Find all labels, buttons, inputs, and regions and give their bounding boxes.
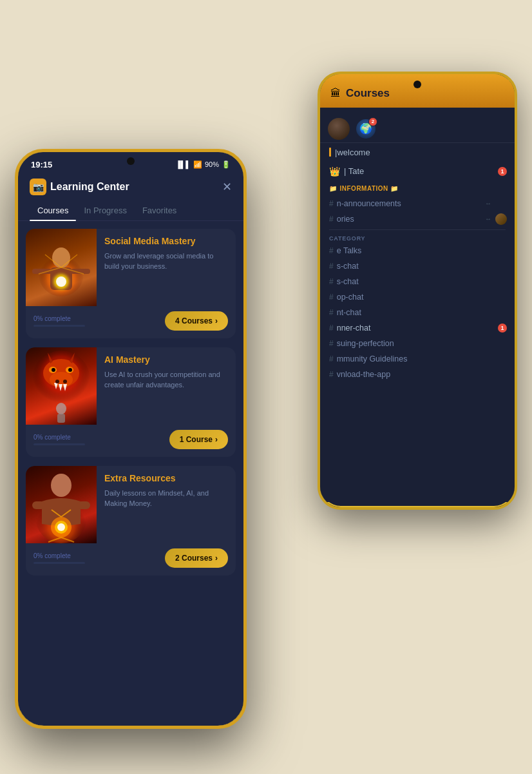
info-folder[interactable]: 📁 INFORMATION 📁 xyxy=(320,181,515,196)
welcome-channel[interactable]: |welcome xyxy=(320,143,515,162)
tab-courses[interactable]: Courses xyxy=(30,200,76,220)
guidelines-channel[interactable]: # mmunity Guidelines xyxy=(320,351,515,367)
signal-icon: ▐▌▌ xyxy=(176,160,191,168)
folder-label: INFORMATION 📁 xyxy=(340,185,399,192)
course-card-top: Social Media Mastery Grow and leverage s… xyxy=(26,229,236,306)
nner-chat-channel[interactable]: # nner-chat 1 xyxy=(320,320,515,336)
svg-point-24 xyxy=(63,380,67,383)
scene: 🏛 Courses 🌍 2 |welco xyxy=(15,33,517,742)
back-phone-header: 🏛 Courses xyxy=(320,74,515,108)
progress-bar-bg-extra xyxy=(33,562,85,564)
course-info-ai: AI Mastery Use AI to crush your competit… xyxy=(97,347,236,425)
course-desc-extra: Daily lessons on Mindset, AI, and Making… xyxy=(104,488,228,509)
chat2-channel[interactable]: # s-chat xyxy=(320,274,515,289)
close-button[interactable]: ✕ xyxy=(222,180,232,194)
welcome-bar-icon xyxy=(329,148,331,157)
lc-title-text: Learning Center xyxy=(50,181,129,193)
course-title-extra: Extra Resources xyxy=(104,472,228,484)
progress-area-extra: 0% complete xyxy=(33,552,85,564)
channel-label: suing-perfection xyxy=(337,339,394,348)
status-icons: ▐▌▌ 📶 90% 🔋 xyxy=(176,160,231,169)
course-button-social[interactable]: 4 Courses › xyxy=(165,311,228,331)
wifi-icon: 📶 xyxy=(193,160,202,169)
welcome-label: |welcome xyxy=(335,148,370,157)
chat3-channel[interactable]: # op-chat xyxy=(320,289,515,305)
svg-rect-30 xyxy=(77,501,90,509)
course-info-extra: Extra Resources Daily lessons on Mindset… xyxy=(97,466,236,543)
svg-point-1 xyxy=(52,247,70,268)
courses-list: Social Media Mastery Grow and leverage s… xyxy=(18,221,243,711)
tate-badge: 1 xyxy=(498,167,507,176)
back-phone-title: Courses xyxy=(346,87,390,100)
course-button-ai[interactable]: 1 Course › xyxy=(169,430,228,449)
thumb-visual-ai xyxy=(26,347,97,425)
course-card-top-ai: AI Mastery Use AI to crush your competit… xyxy=(26,347,236,425)
course-btn-label-ai: 1 Course xyxy=(180,435,213,444)
chevron-right-icon: › xyxy=(215,554,218,563)
channel-label: nt-chat xyxy=(337,308,361,317)
stories-channel[interactable]: # ories ↔ xyxy=(320,211,515,227)
announcements-channel[interactable]: # n-announcements ↔ xyxy=(320,196,515,211)
channel-label: nner-chat xyxy=(337,324,371,333)
category-label: CATEGORY xyxy=(320,233,515,243)
course-thumbnail-social xyxy=(26,229,97,306)
front-phone: 19:15 ▐▌▌ 📶 90% 🔋 📷 Learning Center ✕ xyxy=(15,149,247,729)
course-card-social-media: Social Media Mastery Grow and leverage s… xyxy=(26,229,236,338)
course-card-ai: AI Mastery Use AI to crush your competit… xyxy=(26,347,236,457)
progress-bar-bg-ai xyxy=(33,443,85,445)
channel-label: e Talks xyxy=(337,246,362,255)
hash-icon: # xyxy=(329,308,334,317)
course-card-bottom-ai: 0% complete 1 Course › xyxy=(26,425,236,457)
back-phone-content: 🌍 2 |welcome 👑 | Tate 1 📁 xyxy=(320,108,515,502)
hash-icon: # xyxy=(329,324,334,333)
arrow-icon: ↔ xyxy=(485,215,491,222)
hash-icon: # xyxy=(329,277,334,286)
tab-favorites[interactable]: Favorites xyxy=(135,200,184,220)
course-button-extra[interactable]: 2 Courses › xyxy=(165,548,228,568)
hash-icon: # xyxy=(329,215,334,224)
course-desc-ai: Use AI to crush your competition and cre… xyxy=(104,369,228,391)
hash-icon: # xyxy=(329,293,334,302)
folder-icon: 📁 xyxy=(329,185,337,192)
hash-icon: # xyxy=(329,370,334,379)
chat1-channel[interactable]: # s-chat xyxy=(320,258,515,274)
back-phone-notch xyxy=(413,81,421,88)
svg-rect-29 xyxy=(32,501,45,509)
course-info-social: Social Media Mastery Grow and leverage s… xyxy=(97,229,236,306)
progress-label-extra: 0% complete xyxy=(33,552,85,559)
courses-icon: 🏛 xyxy=(330,88,341,99)
talks-channel[interactable]: # e Talks xyxy=(320,243,515,258)
svg-point-20 xyxy=(68,368,72,372)
course-card-bottom-extra: 0% complete 2 Courses › xyxy=(26,543,236,576)
channel-label: ories xyxy=(337,215,354,224)
chevron-right-icon: › xyxy=(215,435,218,444)
chat4-channel[interactable]: # nt-chat xyxy=(320,305,515,320)
svg-point-19 xyxy=(52,368,55,372)
battery-icon: 🔋 xyxy=(222,160,231,169)
lc-title-area: 📷 Learning Center xyxy=(30,179,129,195)
front-phone-notch xyxy=(127,157,135,165)
tate-channel[interactable]: 👑 | Tate 1 xyxy=(320,162,515,181)
channel-label: mmunity Guidelines xyxy=(337,354,408,363)
course-thumbnail-extra xyxy=(26,466,97,543)
pursuing-channel[interactable]: # suing-perfection xyxy=(320,336,515,351)
tab-in-progress[interactable]: In Progress xyxy=(76,200,134,220)
course-card-top-extra: Extra Resources Daily lessons on Mindset… xyxy=(26,466,236,543)
crown-icon: 👑 xyxy=(329,166,340,177)
user-avatar xyxy=(495,213,507,225)
thumb-visual-social xyxy=(26,229,97,306)
hash-icon: # xyxy=(329,339,334,348)
lc-icon: 📷 xyxy=(30,179,46,195)
course-card-extra: Extra Resources Daily lessons on Mindset… xyxy=(26,466,236,576)
tate-label: | Tate xyxy=(344,166,364,176)
channel-label: s-chat xyxy=(337,277,359,286)
front-phone-inner: 19:15 ▐▌▌ 📶 90% 🔋 📷 Learning Center ✕ xyxy=(18,152,243,726)
progress-label-ai: 0% complete xyxy=(33,434,85,441)
course-card-bottom-social: 0% complete 4 Courses › xyxy=(26,306,236,338)
progress-bar-bg-social xyxy=(33,325,85,327)
channel-label: op-chat xyxy=(337,293,364,302)
tabs-bar: Courses In Progress Favorites xyxy=(18,200,243,221)
battery-label: 90% xyxy=(205,160,219,168)
hash-icon: # xyxy=(329,262,334,271)
download-channel[interactable]: # vnload-the-app xyxy=(320,367,515,382)
